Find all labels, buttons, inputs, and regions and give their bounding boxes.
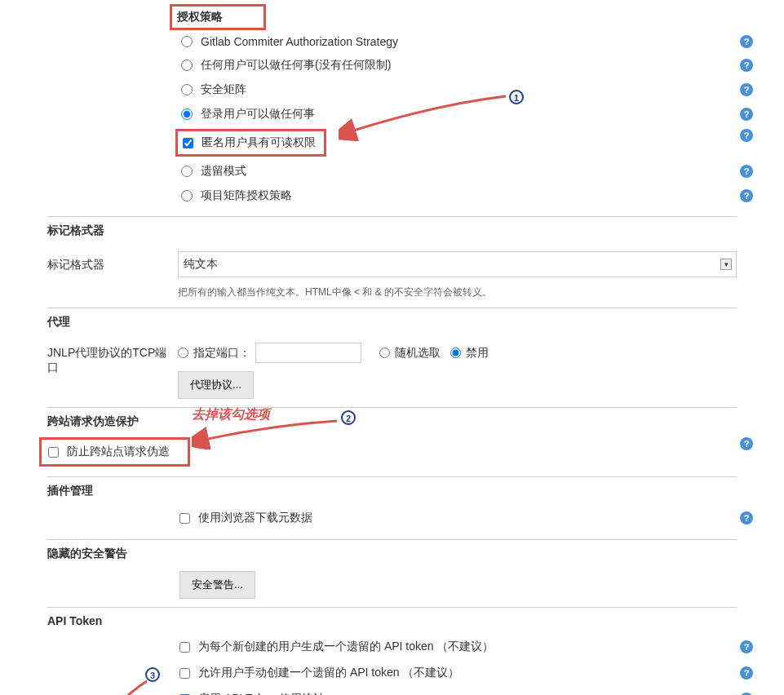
marker-section-title: 标记格式器	[47, 217, 784, 245]
marker-select[interactable]: 纯文本	[178, 251, 737, 277]
annotation-badge-1: 1	[509, 90, 524, 104]
auth-radio-anyone[interactable]	[181, 60, 193, 71]
csrf-checkbox[interactable]	[48, 447, 59, 458]
anon-readable-label: 匿名用户具有可读权限	[202, 135, 316, 150]
port-label-random: 随机选取	[395, 346, 441, 361]
api-token-opt2-label: 允许用户手动创建一个遗留的 API token （不建议）	[198, 666, 459, 680]
port-radio-specify[interactable]	[178, 348, 188, 358]
proxy-label: JNLP代理协议的TCP端口	[47, 343, 178, 375]
port-label-specify: 指定端口：	[193, 346, 250, 361]
help-icon[interactable]: ?	[740, 666, 753, 680]
auth-label-anyone: 任何用户可以做任何事(没有任何限制)	[201, 58, 391, 73]
proxy-protocol-button[interactable]: 代理协议...	[178, 371, 254, 399]
auth-label-gitlab: Gitlab Commiter Authorization Strategy	[201, 35, 398, 48]
port-radio-disable[interactable]	[450, 348, 461, 358]
hidden-warn-section-title: 隐藏的安全警告	[47, 540, 784, 568]
csrf-box: 防止跨站点请求伪造	[39, 437, 190, 467]
marker-hint: 把所有的输入都当作纯文本。HTML中像 < 和 & 的不安全字符会被转义。	[178, 286, 737, 299]
api-token-section-title: API Token	[47, 608, 784, 634]
marker-label: 标记格式器	[47, 251, 178, 272]
api-token-opt1-checkbox[interactable]	[179, 642, 190, 653]
annotation-badge-3: 3	[145, 667, 160, 682]
proxy-section-title: 代理	[47, 308, 784, 336]
help-icon[interactable]: ?	[740, 59, 753, 72]
help-icon[interactable]: ?	[740, 640, 753, 653]
anon-readable-checkbox[interactable]	[183, 138, 193, 148]
auth-label-project-matrix: 项目矩阵授权策略	[201, 188, 292, 203]
chevron-down-icon[interactable]: ▾	[720, 259, 732, 270]
auth-radio-loggedin[interactable]	[181, 108, 193, 120]
auth-radio-legacy[interactable]	[181, 166, 193, 177]
help-icon[interactable]: ?	[740, 437, 753, 450]
annotation-text-1: 去掉该勾选项	[192, 406, 270, 423]
auth-radio-gitlab[interactable]	[181, 36, 193, 47]
authorization-strategy-title: 授权策略	[170, 4, 266, 30]
help-icon[interactable]: ?	[740, 35, 753, 48]
plugin-browser-download-checkbox[interactable]	[179, 513, 190, 524]
auth-label-legacy: 遗留模式	[201, 164, 246, 179]
csrf-section-title: 跨站请求伪造保护	[47, 408, 784, 436]
api-token-opt2-checkbox[interactable]	[179, 668, 190, 679]
help-icon[interactable]: ?	[740, 511, 753, 525]
auth-label-loggedin: 登录用户可以做任何事	[201, 107, 315, 122]
plugin-browser-download-label: 使用浏览器下载元数据	[198, 511, 312, 525]
auth-radio-project-matrix[interactable]	[181, 190, 193, 201]
auth-radio-matrix[interactable]	[181, 84, 193, 95]
auth-label-matrix: 安全矩阵	[201, 82, 246, 97]
annotation-badge-2: 2	[341, 410, 356, 425]
port-label-disable: 禁用	[466, 346, 489, 361]
help-icon[interactable]: ?	[740, 83, 753, 96]
help-icon[interactable]: ?	[740, 189, 753, 202]
csrf-label: 防止跨站点请求伪造	[67, 445, 170, 459]
plugin-section-title: 插件管理	[47, 477, 784, 505]
port-spinner[interactable]	[255, 343, 361, 363]
security-warn-button[interactable]: 安全警告...	[179, 571, 255, 599]
api-token-opt1-label: 为每个新创建的用户生成一个遗留的 API token （不建议）	[198, 640, 494, 654]
port-radio-random[interactable]	[379, 348, 390, 358]
annotation-arrow-3	[78, 677, 155, 695]
help-icon[interactable]: ?	[740, 129, 753, 142]
help-icon[interactable]: ?	[740, 108, 753, 121]
anon-readable-box: 匿名用户具有可读权限	[175, 129, 326, 157]
help-icon[interactable]: ?	[740, 165, 753, 178]
api-token-opt3-label: 启用 API Token 使用统计	[198, 692, 325, 695]
